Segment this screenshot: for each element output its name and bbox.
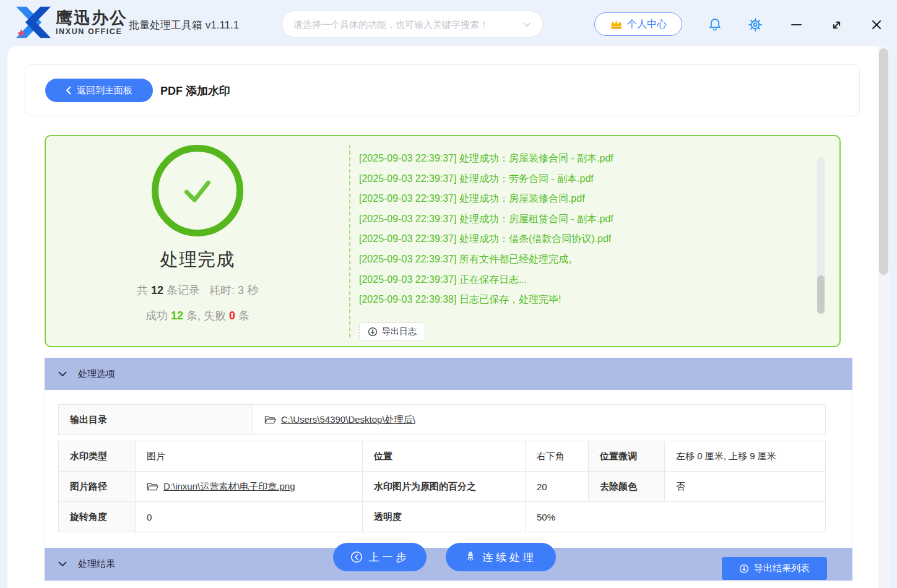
log-divider	[349, 145, 350, 337]
result-summary: 处理完成 共 12 条记录 耗时: 3 秒 成功 12 条, 失败 0 条	[46, 136, 349, 346]
function-search-box[interactable]	[282, 11, 543, 38]
option-label: 图片路径	[59, 472, 136, 502]
continue-processing-button[interactable]: 连续处理	[446, 543, 556, 571]
elapsed-time: 耗时: 3 秒	[209, 284, 258, 296]
option-value: 图片	[136, 441, 363, 472]
download-circle-icon	[739, 564, 749, 574]
output-directory-table: 输出目录 C:\Users\54390\Desktop\处理后\	[58, 404, 826, 435]
total-label: 共	[137, 284, 148, 296]
option-value: 50%	[526, 502, 826, 532]
export-log-label: 导出日志	[382, 326, 417, 337]
chevron-down-icon	[58, 371, 67, 377]
option-label: 位置微调	[589, 441, 665, 472]
option-label: 透明度	[363, 502, 526, 532]
app-title: 批量处理工具箱 v1.11.1	[129, 18, 239, 32]
option-label: 位置	[363, 441, 526, 472]
option-label: 去除颜色	[589, 472, 665, 502]
option-value: 20	[526, 472, 589, 502]
chevron-down-icon	[58, 561, 67, 567]
notification-bell-icon[interactable]	[707, 17, 723, 33]
output-dir-label: 输出目录	[59, 405, 253, 435]
previous-step-button[interactable]: 上一步	[333, 543, 427, 571]
download-circle-icon	[368, 327, 378, 337]
close-button[interactable]	[869, 17, 885, 33]
close-icon	[871, 19, 882, 30]
option-label: 旋转角度	[59, 502, 136, 532]
success-count: 12	[171, 309, 183, 322]
folder-open-icon	[264, 415, 276, 425]
back-button-label: 返回到主面板	[77, 85, 132, 97]
minimize-button[interactable]	[788, 17, 804, 33]
success-check-icon	[152, 145, 243, 236]
previous-step-label: 上一步	[369, 550, 410, 564]
minimize-icon	[791, 24, 802, 26]
log-line: [2025-09-03 22:39:37] 处理成功：房屋租赁合同 - 副本.p…	[359, 209, 854, 230]
log-line: [2025-09-03 22:39:37] 正在保存日志...	[359, 270, 854, 290]
chevron-down-icon	[523, 22, 531, 27]
log-line: [2025-09-03 22:39:38] 日志已保存，处理完毕!	[359, 290, 854, 310]
section-header-options[interactable]: 处理选项	[45, 358, 852, 390]
back-to-dashboard-button[interactable]: 返回到主面板	[45, 79, 153, 102]
settings-gear-icon[interactable]	[747, 17, 763, 33]
user-center-button[interactable]: 个人中心	[594, 12, 682, 36]
continue-processing-label: 连续处理	[482, 550, 537, 564]
total-unit: 条记录	[167, 284, 200, 296]
log-line: [2025-09-03 22:39:37] 处理成功：房屋装修合同.pdf	[359, 189, 854, 209]
app-logo: 鹰迅办公 INXUN OFFICE	[15, 5, 128, 40]
fail-label: 条, 失败	[186, 309, 226, 322]
search-input[interactable]	[293, 19, 523, 30]
image-path-link[interactable]: D:\inxun\运营素材\电子印章.png	[163, 481, 295, 493]
record-count-line: 共 12 条记录 耗时: 3 秒	[46, 283, 349, 298]
table-row: 输出目录 C:\Users\54390\Desktop\处理后\	[59, 405, 826, 435]
table-row: 旋转角度 0 透明度 50%	[59, 502, 826, 532]
options-section-title: 处理选项	[78, 368, 115, 380]
export-results-button[interactable]: 导出结果列表	[722, 557, 827, 580]
log-scrollbar-thumb[interactable]	[817, 275, 825, 314]
log-scrollbar-track	[817, 157, 825, 314]
success-label: 成功	[145, 309, 168, 322]
maximize-restore-button[interactable]	[828, 17, 844, 33]
option-value: 0	[136, 502, 363, 532]
option-value: 否	[665, 472, 826, 502]
brand-name-cn: 鹰迅办公	[56, 9, 128, 27]
page-title: PDF 添加水印	[160, 84, 230, 98]
output-directory-link[interactable]: C:\Users\54390\Desktop\处理后\	[281, 414, 415, 426]
fail-count: 0	[229, 309, 235, 322]
export-log-button[interactable]: 导出日志	[359, 322, 425, 340]
table-row: 水印类型 图片 位置 右下角 位置微调 左移 0 厘米, 上移 9 厘米	[59, 441, 826, 472]
fail-unit: 条	[238, 309, 249, 322]
table-row: 图片路径 D:\inxun\运营素材\电子印章.png 水印图片为原图的百分之 …	[59, 472, 826, 502]
results-section-title: 处理结果	[78, 558, 115, 570]
option-value: 右下角	[526, 441, 589, 472]
log-line: [2025-09-03 22:39:37] 处理成功：劳务合同 - 副本.pdf	[359, 169, 854, 189]
title-bar: 鹰迅办公 INXUN OFFICE 批量处理工具箱 v1.11.1 个人中心	[0, 0, 897, 46]
log-line: [2025-09-03 22:39:37] 处理成功：借条(借款合同协议).pd…	[359, 229, 854, 249]
folder-open-icon	[147, 482, 158, 491]
result-summary-panel: 处理完成 共 12 条记录 耗时: 3 秒 成功 12 条, 失败 0 条 [2…	[45, 135, 841, 347]
total-count: 12	[151, 284, 163, 296]
crown-icon	[610, 19, 623, 30]
log-line: [2025-09-03 22:39:37] 所有文件都已经处理完成。	[359, 249, 854, 270]
watermark-options-table: 水印类型 图片 位置 右下角 位置微调 左移 0 厘米, 上移 9 厘米 图片路…	[58, 441, 826, 532]
processing-log-list: [2025-09-03 22:39:37] 处理成功：房屋装修合同 - 副本.p…	[359, 149, 854, 310]
chevron-left-icon	[66, 86, 71, 95]
option-value: 左移 0 厘米, 上移 9 厘米	[665, 441, 826, 472]
option-label: 水印图片为原图的百分之	[363, 472, 526, 502]
user-center-label: 个人中心	[627, 18, 667, 31]
inxun-x-logo-icon	[15, 5, 52, 40]
status-title: 处理完成	[46, 248, 349, 272]
brand-name-en: INXUN OFFICE	[56, 27, 128, 36]
export-results-label: 导出结果列表	[754, 563, 810, 574]
circle-left-icon	[350, 551, 363, 563]
success-fail-line: 成功 12 条, 失败 0 条	[46, 308, 349, 323]
log-line: [2025-09-03 22:39:37] 处理成功：房屋装修合同 - 副本.p…	[359, 149, 854, 169]
window-scrollbar-thumb[interactable]	[879, 48, 888, 275]
rocket-icon	[465, 551, 476, 563]
resize-diagonal-icon	[831, 19, 843, 31]
option-label: 水印类型	[59, 441, 136, 472]
